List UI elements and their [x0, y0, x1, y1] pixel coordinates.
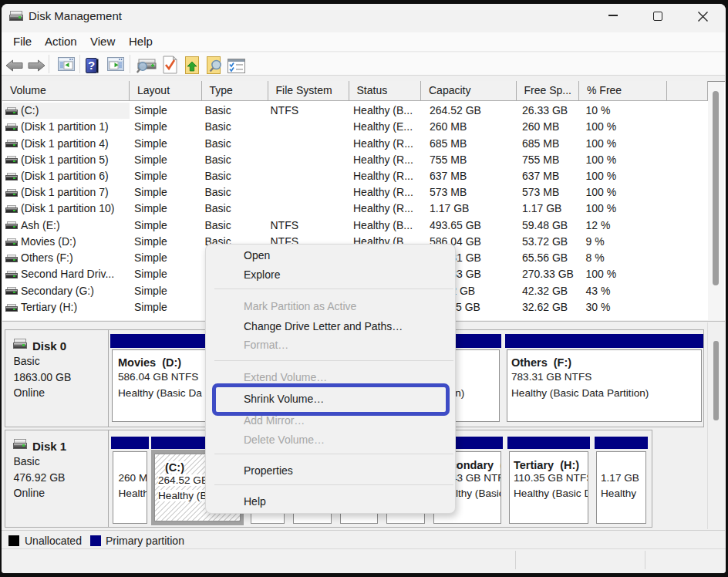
svg-text:?: ? — [88, 59, 95, 72]
